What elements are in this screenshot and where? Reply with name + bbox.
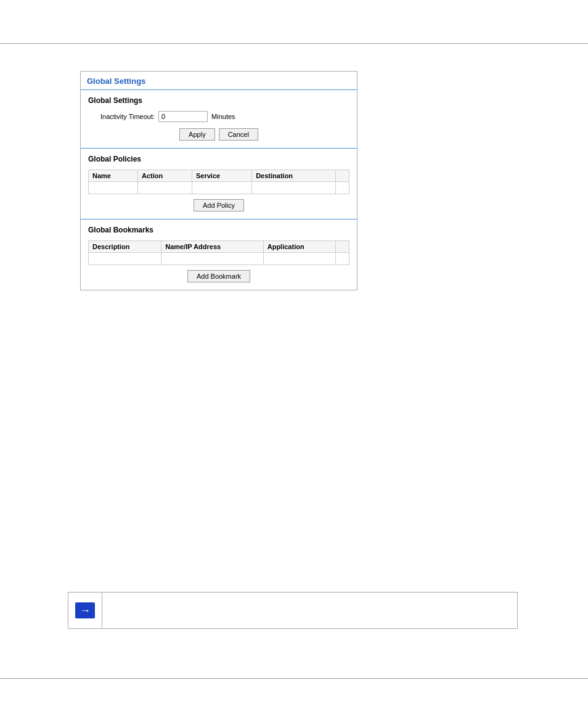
- global-bookmarks-section: Global Bookmarks Description Name/IP Add…: [81, 220, 357, 290]
- col-name: Name: [89, 170, 138, 182]
- policy-action-cell: [138, 182, 192, 194]
- arrow-symbol: →: [80, 604, 91, 617]
- inactivity-input[interactable]: [158, 111, 208, 122]
- policies-header-row: Name Action Service Destination: [89, 170, 349, 182]
- inactivity-row: Inactivity Timeout: Minutes: [100, 111, 349, 122]
- panel-title-bar: Global Settings: [81, 72, 357, 90]
- col-application: Application: [263, 241, 335, 253]
- bookmarks-header-row: Description Name/IP Address Application: [89, 241, 349, 253]
- global-policies-title: Global Policies: [88, 155, 349, 163]
- table-row: [89, 182, 349, 194]
- table-row: [89, 253, 349, 265]
- add-policy-row: Add Policy: [88, 199, 349, 211]
- note-box: →: [68, 592, 518, 629]
- bookmarks-table: Description Name/IP Address Application: [88, 240, 349, 265]
- arrow-icon: →: [75, 602, 95, 618]
- col-action: Action: [138, 170, 192, 182]
- top-divider: [0, 43, 588, 44]
- col-extra1: [336, 170, 349, 182]
- bookmark-nameip-cell: [161, 253, 263, 265]
- panel-title: Global Settings: [87, 76, 145, 86]
- note-text: [102, 593, 517, 628]
- minutes-label: Minutes: [211, 113, 235, 120]
- policy-extra-cell: [336, 182, 349, 194]
- global-settings-title: Global Settings: [88, 96, 349, 105]
- policy-service-cell: [192, 182, 252, 194]
- settings-button-row: Apply Cancel: [88, 128, 349, 141]
- add-policy-button[interactable]: Add Policy: [194, 199, 244, 211]
- inactivity-label: Inactivity Timeout:: [100, 113, 155, 120]
- page-container: Global Settings Global Settings Inactivi…: [0, 0, 588, 706]
- policy-destination-cell: [252, 182, 336, 194]
- col-description: Description: [89, 241, 161, 253]
- add-bookmark-row: Add Bookmark: [88, 270, 349, 282]
- global-bookmarks-title: Global Bookmarks: [88, 226, 349, 234]
- col-destination: Destination: [252, 170, 336, 182]
- policies-table: Name Action Service Destination: [88, 170, 349, 194]
- bookmark-extra-cell: [336, 253, 349, 265]
- bookmark-app-cell: [263, 253, 335, 265]
- col-extra2: [336, 241, 349, 253]
- note-icon-cell: →: [68, 593, 102, 628]
- bookmark-desc-cell: [89, 253, 161, 265]
- main-panel: Global Settings Global Settings Inactivi…: [80, 71, 357, 290]
- global-settings-section: Global Settings Inactivity Timeout: Minu…: [81, 90, 357, 149]
- apply-button[interactable]: Apply: [179, 128, 215, 141]
- bottom-divider: [0, 678, 588, 679]
- add-bookmark-button[interactable]: Add Bookmark: [187, 270, 250, 282]
- global-policies-section: Global Policies Name Action Service Dest…: [81, 149, 357, 220]
- policy-name-cell: [89, 182, 138, 194]
- col-service: Service: [192, 170, 252, 182]
- col-nameip: Name/IP Address: [161, 241, 263, 253]
- cancel-button[interactable]: Cancel: [219, 128, 258, 141]
